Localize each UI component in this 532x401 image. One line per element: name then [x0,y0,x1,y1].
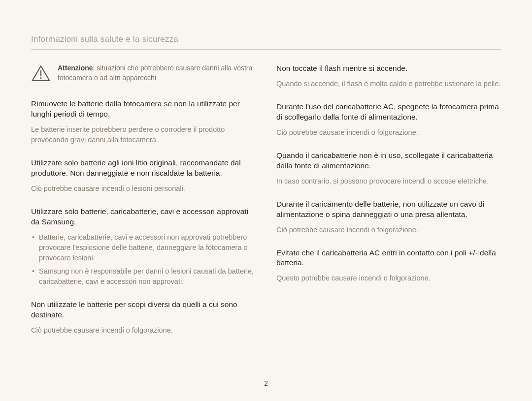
section-title: Utilizzare solo batterie, caricabatterie… [31,207,256,227]
list-item: Samsung non è responsabile per danni o l… [31,266,256,287]
right-column: Non toccate il flash mentre si accende. … [276,63,501,348]
section-body: In caso contrario, si possono provocare … [276,176,501,186]
section-body: Ciò potrebbe causare incendi o lesioni p… [31,184,256,194]
list-item: Batterie, caricabatterie, cavi e accesso… [31,232,256,263]
section-title: Evitate che il caricabatteria AC entri i… [276,248,501,269]
section-body: Ciò potrebbe causare incendi o folgorazi… [276,127,501,138]
content-area: Attenzione: situazioni che potrebbero ca… [31,63,501,348]
section-body: Le batterie inserite potrebbero perdere … [31,124,256,145]
section-body: Questo potrebbe causare incendi o folgor… [276,273,501,283]
left-column: Attenzione: situazioni che potrebbero ca… [31,63,256,348]
page-header: Informazioni sulla salute e la sicurezza [31,34,501,44]
section-title: Quando il caricabatterie non è in uso, s… [276,151,501,171]
section-body: Ciò potrebbe causare incendi o folgorazi… [276,225,501,235]
caution-label: Attenzione [58,64,93,72]
section-title: Durante l'uso del caricabatterie AC, spe… [276,102,501,123]
section-body: Ciò potrebbe causare incendi o folgorazi… [31,325,256,336]
header-divider [31,49,501,50]
section-title: Rimuovete le batterie dalla fotocamera s… [31,99,256,120]
section-title: Non utilizzate le batterie per scopi div… [31,300,256,320]
section-body: Quando si accende, il flash è molto cald… [276,79,501,89]
caution-box: Attenzione: situazioni che potrebbero ca… [31,63,256,84]
svg-point-1 [40,77,41,79]
section-title: Utilizzate solo batterie agli ioni litio… [31,158,256,179]
section-title: Non toccate il flash mentre si accende. [276,63,501,74]
caution-text: Attenzione: situazioni che potrebbero ca… [58,63,256,83]
page-number: 2 [0,379,532,387]
section-title: Durante il caricamento delle batterie, n… [276,199,501,220]
warning-triangle-icon [31,64,51,84]
bullet-list: Batterie, caricabatterie, cavi e accesso… [31,232,256,287]
